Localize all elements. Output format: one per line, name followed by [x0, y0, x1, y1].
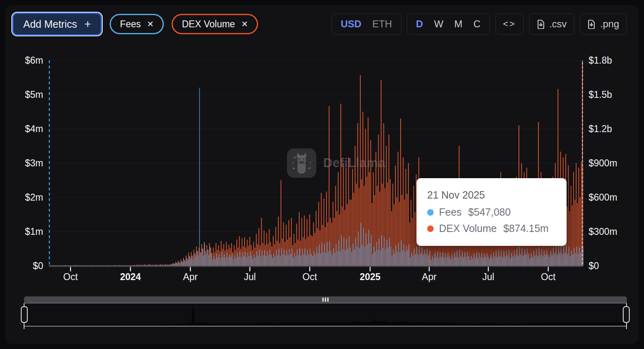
close-icon[interactable]: ✕ — [147, 19, 154, 29]
tooltip-value: $874.15m — [503, 223, 549, 234]
y-axis-left-label: $1m — [14, 226, 43, 237]
interval-option-monthly[interactable]: M — [454, 18, 463, 30]
download-icon — [587, 20, 595, 29]
x-axis-label: Oct — [541, 272, 556, 283]
y-axis-right-label: $600m — [589, 192, 617, 203]
currency-toggle: USD ETH — [331, 13, 401, 35]
defillama-logo-icon — [287, 148, 317, 178]
watermark: DefiLlama — [287, 148, 386, 178]
currency-option-eth[interactable]: ETH — [373, 18, 392, 30]
y-axis-right-label: $1.8b — [589, 55, 612, 66]
add-metrics-button[interactable]: Add Metrics + — [12, 13, 102, 35]
interval-option-weekly[interactable]: W — [434, 18, 443, 30]
metric-chip-dex-volume[interactable]: DEX Volume ✕ — [172, 14, 258, 34]
y-axis-right-label: $900m — [589, 158, 617, 169]
brush-right-handle[interactable] — [623, 306, 630, 323]
brush-track[interactable] — [24, 303, 627, 326]
x-axis-label: Oct — [63, 272, 78, 283]
currency-option-usd[interactable]: USD — [341, 18, 362, 30]
y-axis-right-label: $1.2b — [589, 124, 612, 135]
embed-code-button[interactable]: <> — [495, 13, 524, 35]
y-axis-left-label: $3m — [14, 158, 43, 169]
download-icon — [537, 20, 545, 29]
x-axis-label: Oct — [302, 272, 317, 283]
y-axis-right-label: $300m — [589, 226, 617, 237]
x-axis-label: 2024 — [120, 272, 141, 283]
tooltip-value: $547,080 — [468, 206, 511, 218]
brush-pan-bar[interactable] — [24, 296, 627, 303]
tooltip-label: DEX Volume — [439, 223, 497, 234]
brush-left-handle[interactable] — [21, 306, 28, 323]
y-axis-right-label: $0 — [589, 261, 599, 272]
metric-chip-fees[interactable]: Fees ✕ — [110, 14, 164, 34]
y-axis-left-label: $6m — [14, 55, 43, 66]
y-axis-left-label: $5m — [14, 89, 43, 100]
csv-label: .csv — [549, 18, 567, 30]
x-axis-label: Jul — [482, 272, 494, 283]
x-axis-label: 2025 — [359, 272, 380, 283]
code-icon: <> — [503, 19, 516, 29]
close-icon[interactable]: ✕ — [241, 19, 248, 29]
tooltip-row-dex-volume: DEX Volume $874.15m — [427, 223, 567, 234]
png-label: .png — [600, 18, 619, 30]
chart-tooltip: 21 Nov 2025 Fees $547,080 DEX Volume $87… — [417, 178, 567, 246]
tooltip-label: Fees — [439, 206, 462, 218]
download-csv-button[interactable]: .csv — [529, 13, 575, 35]
interval-toggle: D W M C — [407, 13, 490, 35]
brush-bottom-border — [24, 326, 627, 327]
chip-label: Fees — [120, 19, 141, 30]
y-axis-left-label: $2m — [14, 192, 43, 203]
plus-icon: + — [84, 18, 91, 31]
x-axis-label: Apr — [183, 272, 198, 283]
watermark-text: DefiLlama — [323, 156, 386, 170]
download-png-button[interactable]: .png — [580, 13, 627, 35]
tooltip-row-fees: Fees $547,080 — [427, 206, 567, 218]
chip-label: DEX Volume — [182, 19, 235, 30]
x-axis-label: Apr — [422, 272, 437, 283]
x-axis-label: Jul — [244, 272, 256, 283]
fees-dot-icon — [427, 209, 434, 216]
y-axis-right-label: $1.5b — [589, 89, 612, 100]
interval-option-daily[interactable]: D — [416, 18, 423, 30]
interval-option-cumulative[interactable]: C — [474, 18, 481, 30]
y-axis-left-label: $4m — [14, 124, 43, 135]
dex-volume-dot-icon — [427, 225, 434, 232]
add-metrics-label: Add Metrics — [23, 18, 77, 30]
tooltip-date: 21 Nov 2025 — [427, 189, 567, 201]
y-axis-left-label: $0 — [14, 261, 43, 272]
